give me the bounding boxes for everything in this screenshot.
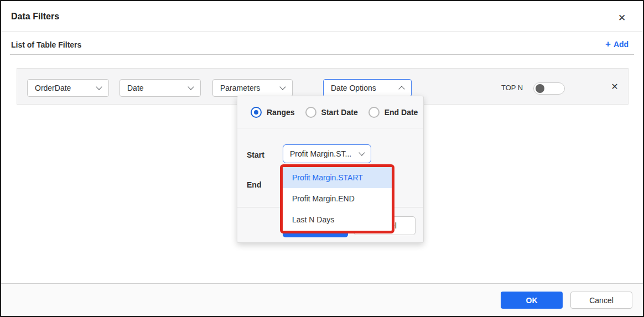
dialog-header: Data Filters ✕ [1, 1, 643, 32]
date-options-dropdown-value: Date Options [331, 84, 376, 92]
start-value-dropdown[interactable]: Profit Margin.ST... [283, 144, 371, 163]
dialog-title: Data Filters [11, 12, 59, 22]
mode-dropdown-value: Parameters [220, 84, 260, 92]
add-label: Add [614, 40, 629, 49]
start-value: Profit Margin.ST... [290, 149, 351, 158]
type-dropdown-value: Date [127, 84, 144, 92]
chevron-up-icon [398, 86, 404, 92]
ok-button[interactable]: OK [501, 292, 563, 309]
chevron-down-icon [279, 84, 285, 90]
data-filters-dialog: Data Filters ✕ List of Table Filters + A… [0, 0, 644, 317]
radio-icon [305, 107, 316, 118]
list-item-label: Profit Margin.START [292, 173, 363, 182]
topn-toggle[interactable] [533, 82, 565, 95]
radio-end-date-label: End Date [385, 108, 418, 117]
radio-icon [368, 107, 380, 118]
list-item[interactable]: Profit Margin.START [283, 167, 392, 188]
radio-end-date[interactable]: End Date [368, 107, 418, 118]
type-dropdown[interactable]: Date [120, 79, 201, 97]
chevron-down-icon [96, 84, 102, 90]
date-options-popup: Ranges Start Date End Date Start Profit … [237, 96, 424, 243]
dialog-footer: OK Cancel [1, 283, 643, 316]
radio-group: Ranges Start Date End Date [237, 96, 423, 128]
radio-ranges[interactable]: Ranges [251, 107, 295, 118]
add-filter-button[interactable]: + Add [605, 39, 629, 49]
chevron-down-icon [359, 149, 365, 155]
mode-dropdown[interactable]: Parameters [212, 79, 293, 97]
list-item[interactable]: Last N Days [283, 209, 392, 230]
field-dropdown[interactable]: OrderDate [27, 79, 109, 97]
list-item-label: Last N Days [292, 215, 334, 224]
list-item[interactable]: Profit Margin.END [283, 188, 392, 209]
section-divider [10, 54, 634, 55]
close-icon[interactable]: ✕ [615, 11, 629, 24]
list-item-label: Profit Margin.END [292, 194, 355, 203]
parameter-dropdown-list: Profit Margin.START Profit Margin.END La… [280, 164, 394, 233]
radio-start-date-label: Start Date [321, 108, 358, 117]
cancel-button[interactable]: Cancel [570, 292, 632, 309]
toggle-knob [536, 84, 544, 93]
plus-icon: + [605, 39, 611, 49]
radio-start-date[interactable]: Start Date [305, 107, 358, 118]
chevron-down-icon [188, 84, 194, 90]
start-label: Start [247, 150, 264, 159]
remove-filter-icon[interactable]: ✕ [608, 80, 621, 93]
radio-icon [251, 107, 262, 118]
field-dropdown-value: OrderDate [35, 84, 71, 92]
radio-ranges-label: Ranges [267, 108, 295, 117]
section-title: List of Table Filters [11, 40, 81, 49]
date-options-dropdown[interactable]: Date Options [323, 79, 412, 97]
topn-label: TOP N [501, 84, 523, 92]
end-label: End [247, 180, 261, 189]
